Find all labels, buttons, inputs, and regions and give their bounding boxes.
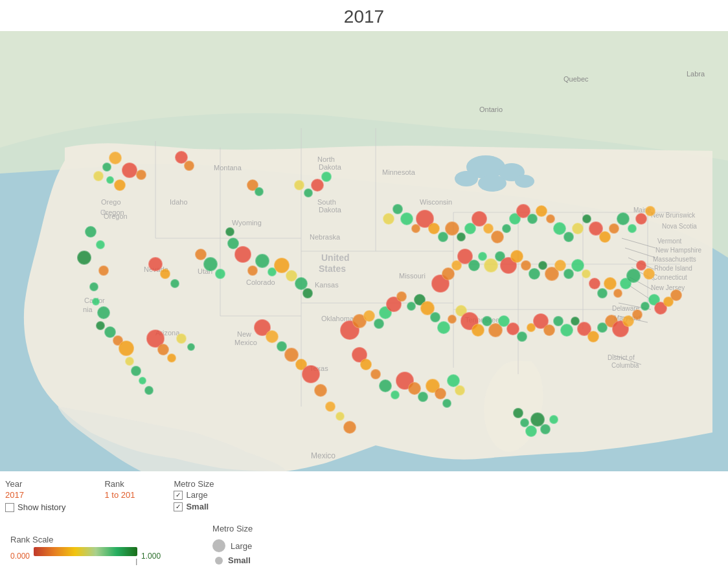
metro-small-circle	[215, 557, 223, 565]
svg-text:Arizona: Arizona	[155, 329, 180, 337]
svg-text:Orego: Orego	[101, 198, 121, 206]
svg-text:Dakota: Dakota	[319, 206, 342, 214]
show-history-row[interactable]: Show history	[5, 502, 65, 512]
svg-text:District of: District of	[608, 354, 635, 361]
show-history-label: Show history	[17, 502, 65, 512]
metro-small-legend-label: Small	[228, 555, 251, 565]
svg-text:Utah: Utah	[198, 267, 212, 275]
metro-large-item[interactable]: ✓ Large	[174, 490, 214, 500]
svg-text:Quebec: Quebec	[563, 75, 589, 83]
metro-size-legend: Metro Size Large Small	[212, 524, 253, 565]
svg-text:Dakota: Dakota	[319, 163, 342, 171]
year-value: 2017	[5, 490, 65, 500]
year-control: Year 2017 Show history	[5, 479, 65, 512]
svg-text:Nevada: Nevada	[144, 265, 169, 273]
show-history-checkbox[interactable]	[5, 503, 14, 512]
svg-text:Vermont: Vermont	[657, 238, 681, 245]
gradient-tick: |	[135, 558, 137, 565]
svg-text:nia: nia	[83, 306, 93, 313]
svg-text:Nebraska: Nebraska	[310, 233, 341, 241]
metro-size-label: Metro Size	[174, 479, 214, 489]
svg-text:North: North	[317, 155, 335, 163]
legend-area: Rank Scale 0.000 | 1.000 Metro Size Larg…	[0, 519, 728, 576]
metro-size-legend-title: Metro Size	[212, 524, 253, 533]
year-label: Year	[5, 479, 65, 489]
svg-text:Oregon: Oregon	[104, 212, 128, 220]
svg-point-4	[478, 175, 506, 192]
metro-large-control-label: Large	[186, 490, 207, 500]
metro-small-control-label: Small	[186, 502, 209, 511]
rank-scale-max: 1.000	[141, 552, 161, 561]
metro-small-checkbox[interactable]: ✓	[174, 502, 183, 511]
svg-text:Delaware: Delaware	[612, 305, 640, 312]
svg-text:Texas: Texas	[310, 364, 328, 372]
svg-text:Massachusetts: Massachusetts	[653, 256, 696, 263]
rank-scale-legend: Rank Scale 0.000 | 1.000	[10, 535, 161, 565]
svg-text:New Jersey: New Jersey	[651, 284, 685, 291]
metro-small-item[interactable]: ✓ Small	[174, 502, 214, 511]
svg-text:Maine: Maine	[633, 207, 652, 214]
svg-text:Rhode Island: Rhode Island	[654, 265, 692, 272]
svg-point-5	[515, 175, 534, 188]
svg-point-3	[455, 171, 478, 186]
metro-size-control: Metro Size ✓ Large ✓ Small	[174, 479, 214, 513]
svg-text:Labra: Labra	[687, 70, 705, 78]
metro-large-legend-item: Large	[212, 539, 253, 552]
svg-text:New: New	[237, 330, 251, 338]
svg-text:South: South	[317, 198, 336, 206]
rank-scale-min: 0.000	[10, 552, 30, 561]
svg-text:Nova Scotia: Nova Scotia	[662, 223, 697, 230]
svg-text:Mexico: Mexico	[234, 339, 257, 346]
metro-large-legend-label: Large	[231, 541, 252, 551]
svg-text:Montana: Montana	[214, 164, 242, 172]
svg-text:Colorado: Colorado	[246, 278, 275, 286]
svg-text:n: n	[100, 207, 104, 215]
svg-text:Oklahoma: Oklahoma	[321, 315, 354, 322]
svg-text:Califor: Califor	[84, 297, 105, 304]
page-title: 2017	[0, 0, 728, 31]
svg-text:Kansas: Kansas	[315, 281, 339, 289]
metro-large-circle	[212, 539, 225, 552]
rank-scale-row: 0.000 | 1.000	[10, 547, 161, 565]
rank-label: Rank	[104, 479, 135, 489]
svg-text:New Hampshire: New Hampshire	[655, 247, 702, 254]
svg-text:Wisconsin: Wisconsin	[420, 198, 452, 206]
rank-value: 1 to 201	[104, 490, 135, 500]
svg-text:Maryland: Maryland	[614, 315, 641, 322]
svg-text:States: States	[319, 263, 346, 274]
map-container: Quebec Labra Ontario New Brunswick Nova …	[0, 31, 728, 471]
svg-text:Missouri: Missouri	[399, 272, 426, 280]
color-gradient	[34, 547, 137, 556]
svg-text:Columbia: Columbia	[611, 362, 639, 369]
rank-control: Rank 1 to 201	[104, 479, 135, 500]
svg-text:New Brunswick: New Brunswick	[651, 212, 696, 219]
svg-text:Tennessee: Tennessee	[465, 316, 499, 324]
svg-text:Ontario: Ontario	[479, 106, 503, 113]
svg-text:Idaho: Idaho	[170, 198, 188, 206]
svg-text:Wyoming: Wyoming	[232, 219, 262, 227]
svg-text:Minnesota: Minnesota	[382, 168, 416, 176]
svg-text:Connecticut: Connecticut	[653, 274, 687, 281]
metro-small-legend-item: Small	[212, 555, 253, 565]
metro-large-checkbox[interactable]: ✓	[174, 491, 183, 500]
svg-text:Mexico: Mexico	[311, 451, 336, 460]
controls-area: Year 2017 Show history Rank 1 to 201 Met…	[0, 471, 728, 519]
svg-text:United: United	[321, 252, 350, 263]
rank-scale-legend-title: Rank Scale	[10, 535, 161, 544]
